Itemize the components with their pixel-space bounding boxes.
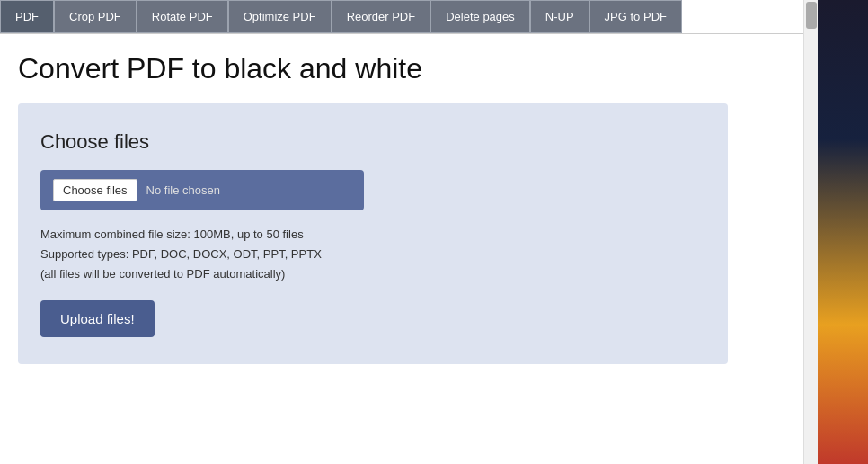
toolbar: PDF Crop PDF Rotate PDF Optimize PDF Reo… <box>0 0 803 34</box>
scrollbar[interactable] <box>803 0 818 464</box>
toolbar-btn-delete[interactable]: Delete pages <box>430 0 530 33</box>
toolbar-btn-nup[interactable]: N-UP <box>530 0 589 33</box>
right-sidebar-image <box>818 0 868 464</box>
page-title: Convert PDF to black and white <box>18 52 785 85</box>
choose-files-label[interactable]: Choose files <box>53 179 137 201</box>
file-input-wrapper: Choose files No file chosen <box>40 170 364 210</box>
main-content: PDF Crop PDF Rotate PDF Optimize PDF Reo… <box>0 0 803 464</box>
upload-box: Choose files Choose files No file chosen… <box>18 103 728 364</box>
toolbar-btn-jpg[interactable]: JPG to PDF <box>589 0 682 33</box>
toolbar-btn-pdf[interactable]: PDF <box>0 0 54 33</box>
no-file-text: No file chosen <box>146 183 220 197</box>
upload-button[interactable]: Upload files! <box>40 300 155 337</box>
info-text: Maximum combined file size: 100MB, up to… <box>40 225 705 284</box>
toolbar-btn-crop[interactable]: Crop PDF <box>54 0 137 33</box>
info-line-1: Maximum combined file size: 100MB, up to… <box>40 225 705 245</box>
toolbar-btn-rotate[interactable]: Rotate PDF <box>137 0 228 33</box>
upload-heading: Choose files <box>40 130 705 154</box>
toolbar-btn-optimize[interactable]: Optimize PDF <box>228 0 332 33</box>
toolbar-btn-reorder[interactable]: Reorder PDF <box>332 0 431 33</box>
page-body: Convert PDF to black and white Choose fi… <box>0 34 803 464</box>
scrollbar-thumb[interactable] <box>806 2 817 29</box>
info-line-3: (all files will be converted to PDF auto… <box>40 264 705 284</box>
info-line-2: Supported types: PDF, DOC, DOCX, ODT, PP… <box>40 245 705 264</box>
